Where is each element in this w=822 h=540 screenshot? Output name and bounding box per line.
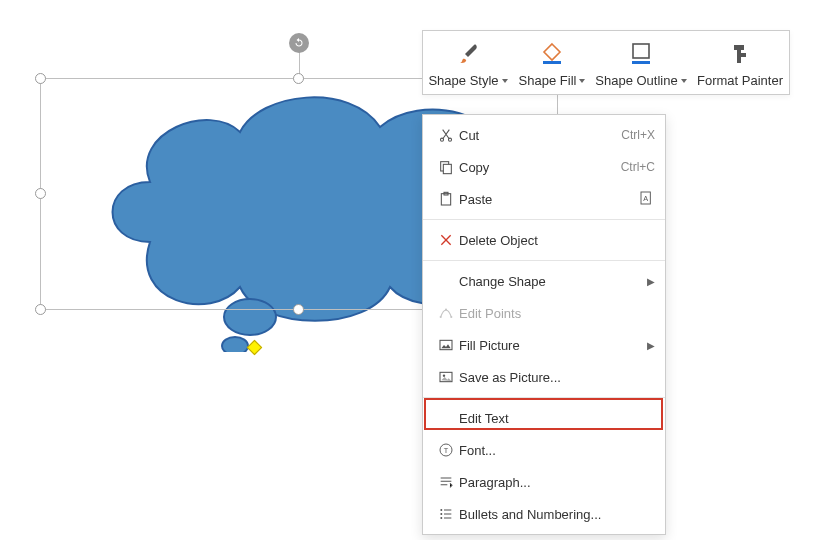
shortcut: Ctrl+C	[621, 160, 655, 174]
svg-point-13	[440, 316, 442, 318]
svg-point-21	[440, 509, 442, 511]
label: Font...	[459, 443, 655, 458]
separator	[423, 219, 665, 220]
label: Save as Picture...	[459, 370, 655, 385]
label: Change Shape	[459, 274, 643, 289]
label: Copy	[459, 160, 621, 175]
paste-icon	[433, 191, 459, 207]
shortcut: Ctrl+X	[621, 128, 655, 142]
outline-icon	[628, 39, 654, 69]
svg-point-6	[448, 138, 451, 141]
menu-item-delete-object[interactable]: Delete Object	[423, 224, 665, 256]
mini-toolbar: Shape Style Shape Fill Shape Outline For…	[422, 30, 790, 95]
copy-icon	[433, 159, 459, 175]
edit-points-icon	[433, 305, 459, 321]
bullets-icon	[433, 506, 459, 522]
menu-item-copy[interactable]: Copy Ctrl+C	[423, 151, 665, 183]
label: Delete Object	[459, 233, 655, 248]
svg-point-5	[440, 138, 443, 141]
menu-item-save-as-picture[interactable]: Save as Picture...	[423, 361, 665, 393]
paragraph-icon	[433, 474, 459, 490]
svg-point-22	[440, 513, 442, 515]
canvas: Shape Style Shape Fill Shape Outline For…	[0, 0, 822, 540]
label: Shape Outline	[595, 73, 677, 88]
label: Edit Text	[459, 411, 655, 426]
format-painter-button[interactable]: Format Painter	[691, 31, 789, 94]
label: Bullets and Numbering...	[459, 507, 655, 522]
svg-point-14	[450, 316, 452, 318]
menu-item-paragraph[interactable]: Paragraph...	[423, 466, 665, 498]
menu-item-bullets[interactable]: Bullets and Numbering...	[423, 498, 665, 530]
svg-point-15	[445, 309, 447, 311]
chevron-down-icon	[579, 79, 585, 83]
svg-point-1	[222, 337, 248, 352]
submenu-arrow-icon: ▶	[643, 276, 655, 287]
menu-item-fill-picture[interactable]: Fill Picture ▶	[423, 329, 665, 361]
context-menu: Cut Ctrl+X Copy Ctrl+C Paste A Delete Ob	[422, 114, 666, 535]
resize-handle-ml[interactable]	[35, 188, 46, 199]
label: Format Painter	[697, 73, 783, 88]
svg-rect-3	[633, 44, 649, 58]
label: Shape Fill	[519, 73, 577, 88]
label: Paragraph...	[459, 475, 655, 490]
label: Paste	[459, 192, 639, 207]
shape-outline-button[interactable]: Shape Outline	[591, 31, 691, 94]
resize-handle-tl[interactable]	[35, 73, 46, 84]
shape-fill-button[interactable]: Shape Fill	[513, 31, 591, 94]
chevron-down-icon	[681, 79, 687, 83]
format-painter-icon	[728, 39, 752, 69]
paste-options-icon: A	[639, 190, 655, 209]
svg-text:T: T	[444, 446, 449, 455]
menu-item-edit-text[interactable]: Edit Text	[423, 402, 665, 434]
menu-item-cut[interactable]: Cut Ctrl+X	[423, 119, 665, 151]
submenu-arrow-icon: ▶	[643, 340, 655, 351]
label: Edit Points	[459, 306, 655, 321]
resize-handle-tm[interactable]	[293, 73, 304, 84]
svg-rect-2	[543, 61, 561, 64]
svg-point-18	[443, 374, 445, 376]
resize-handle-bl[interactable]	[35, 304, 46, 315]
fill-picture-icon	[433, 337, 459, 353]
label: Cut	[459, 128, 621, 143]
label: Fill Picture	[459, 338, 643, 353]
label: Shape Style	[428, 73, 498, 88]
picture-icon	[433, 369, 459, 385]
menu-item-paste[interactable]: Paste A	[423, 183, 665, 215]
menu-item-change-shape[interactable]: Change Shape ▶	[423, 265, 665, 297]
font-icon: T	[433, 442, 459, 458]
resize-handle-bm[interactable]	[293, 304, 304, 315]
svg-rect-8	[443, 164, 451, 173]
separator	[423, 260, 665, 261]
svg-point-23	[440, 517, 442, 519]
menu-item-font[interactable]: T Font...	[423, 434, 665, 466]
svg-rect-4	[632, 61, 650, 64]
fill-bucket-icon	[539, 39, 565, 69]
delete-icon	[433, 232, 459, 248]
brush-icon	[456, 39, 480, 69]
chevron-down-icon	[502, 79, 508, 83]
shape-style-button[interactable]: Shape Style	[423, 31, 513, 94]
separator	[423, 397, 665, 398]
rotate-icon	[293, 37, 305, 49]
cut-icon	[433, 127, 459, 143]
rotate-handle[interactable]	[289, 33, 309, 53]
menu-item-edit-points: Edit Points	[423, 297, 665, 329]
svg-text:A: A	[643, 194, 648, 203]
adjust-handle[interactable]	[247, 340, 263, 356]
